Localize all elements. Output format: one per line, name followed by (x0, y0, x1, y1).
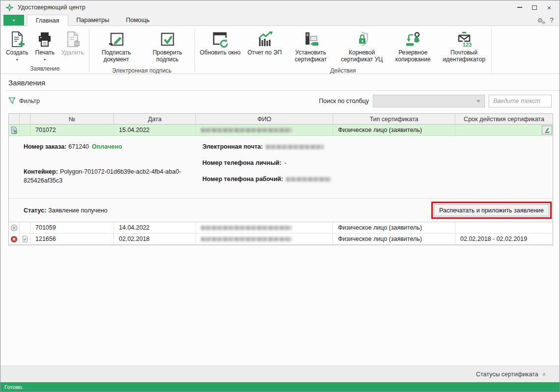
close-button[interactable]: × (542, 1, 557, 13)
refresh-window-button[interactable]: Обновить окно (196, 29, 244, 58)
tab-parametry[interactable]: Параметры (68, 15, 118, 26)
status-value: Заявление получено (48, 207, 108, 214)
cell-num: 701072 (30, 125, 114, 136)
app-logo-icon (5, 3, 14, 12)
row-doc-cell (20, 222, 30, 234)
row-status-cell (9, 234, 20, 245)
cell-fio (196, 222, 333, 234)
report-button[interactable]: Отчет по ЭП (244, 29, 285, 58)
cell-num: 121656 (30, 234, 114, 245)
filter-toggle[interactable]: Фильтр (8, 97, 40, 105)
ribbon-tab-bar: ▼ Главная Параметры Помощь ⚙⚙ ? (0, 14, 560, 26)
minimize-icon (517, 7, 522, 8)
search-area: Поиск по столбцу (319, 95, 552, 107)
ribbon-separator (89, 28, 89, 73)
refresh-window-label: Обновить окно (200, 50, 241, 56)
settings-gear-icon[interactable]: ⚙⚙ (537, 17, 543, 24)
search-input[interactable] (489, 95, 552, 107)
window-title: Удостоверяющий центр (18, 4, 85, 11)
doc-delete-icon (64, 31, 81, 48)
app-menu-button[interactable]: ▼ (3, 15, 24, 26)
order-label: Номер заказа: (24, 143, 66, 150)
cell-validity (455, 222, 553, 234)
header-cert-type[interactable]: Тип сертификата (333, 114, 455, 125)
redacted-fio (201, 237, 292, 241)
install-certificate-label: Установить сертификат (289, 50, 333, 63)
header-date[interactable]: Дата (114, 114, 196, 125)
print-label: Печать (35, 50, 55, 56)
backup-button[interactable]: Резервное копирование (388, 29, 439, 65)
row-doc-cell (20, 125, 30, 136)
install-certificate-button[interactable]: Установить сертификат (285, 29, 336, 65)
header-validity[interactable]: Срок действия сертификата (455, 114, 553, 125)
close-icon: × (547, 4, 552, 11)
phone-personal-value: - (284, 158, 286, 167)
row-status-cell (9, 222, 20, 234)
root-certificate-label: Корневой сертификат УЦ (340, 50, 384, 63)
cell-validity: 02.02.2018 - 02.02.2019 (455, 234, 553, 245)
install-certificate-icon (303, 31, 319, 48)
printer-icon (36, 31, 53, 48)
doc-check-icon (10, 127, 18, 134)
sign-document-icon (108, 31, 125, 48)
table-row[interactable]: 701059 14.04.2022 Физическое лицо (заяви… (9, 222, 553, 234)
red-highlight-annotation: Распечатать и приложить заявление (431, 202, 552, 219)
tab-glavnaya[interactable]: Главная (27, 15, 68, 26)
doc-check-icon (22, 235, 28, 242)
print-attach-button[interactable]: Распечатать и приложить заявление (434, 204, 549, 216)
header-num[interactable]: № (30, 114, 114, 125)
sign-document-button[interactable]: Подписать документ (91, 29, 142, 65)
redacted-email (266, 145, 324, 149)
create-button[interactable]: Создать ▼ (2, 29, 32, 63)
applications-table: № Дата ФИО Тип сертификата Срок действия… (8, 113, 553, 245)
header-status-icon-col[interactable] (9, 114, 20, 125)
column-select[interactable] (373, 95, 485, 107)
header-doc-icon-col[interactable] (20, 114, 30, 125)
maximize-icon (532, 5, 537, 10)
cell-cert-type: Физическое лицо (заявитель) (333, 234, 455, 245)
tab-pomosch[interactable]: Помощь (117, 15, 158, 26)
verify-signature-icon (159, 31, 176, 48)
verify-signature-button[interactable]: Проверить подпись (142, 29, 193, 65)
edit-row-button[interactable] (542, 126, 552, 134)
cell-cert-type: Физическое лицо (заявитель) (333, 222, 455, 234)
cell-validity (455, 125, 553, 136)
root-certificate-icon (354, 31, 370, 48)
filter-label: Фильтр (19, 98, 40, 105)
help-icon[interactable]: ? (550, 17, 554, 24)
certificate-statuses-panel[interactable]: Статусы сертификата ∧ (0, 366, 560, 382)
redacted-fio (201, 226, 292, 230)
minimize-button[interactable] (512, 1, 527, 13)
delete-button[interactable]: Удалить (58, 29, 87, 58)
print-button[interactable]: Печать ▼ (32, 29, 58, 63)
table-row[interactable]: 701072 15.04.2022 Физическое лицо (заяви… (9, 125, 553, 136)
mail-identifier-button[interactable]: 123 Почтовый идентификатор (439, 29, 490, 65)
header-fio[interactable]: ФИО (196, 114, 333, 125)
root-certificate-button[interactable]: Корневой сертификат УЦ (336, 29, 388, 65)
status-label: Статус: (24, 207, 46, 214)
row-status-cell (9, 125, 20, 136)
delete-label: Удалить (61, 50, 84, 56)
cell-cert-type: Физическое лицо (заявитель) (333, 125, 455, 136)
filter-funnel-icon (8, 97, 16, 105)
report-label: Отчет по ЭП (248, 50, 282, 56)
status-bar: Готово. (0, 382, 560, 392)
container-label: Контейнер: (24, 168, 58, 175)
cell-date: 14.04.2022 (114, 222, 196, 234)
backup-label: Резервное копирование (391, 50, 435, 63)
table-header-row: № Дата ФИО Тип сертификата Срок действия… (9, 114, 553, 125)
ribbon: Создать ▼ Печать ▼ (0, 26, 560, 74)
mail-identifier-label: Почтовый идентификатор (442, 50, 486, 63)
dropdown-arrow-icon: ▼ (43, 58, 46, 61)
redacted-fio (201, 128, 292, 132)
ribbon-group-deystviya: Обновить окно Отчет по ЭП (196, 27, 490, 74)
maximize-button[interactable] (527, 1, 542, 13)
ribbon-separator (195, 28, 195, 73)
status-row: Статус:Заявление получено Распечатать и … (9, 198, 553, 222)
title-bar: Удостоверяющий центр × (0, 0, 560, 14)
cell-date: 02.02.2018 (114, 234, 196, 245)
table-row[interactable]: 121656 02.02.2018 Физическое лицо (заяви… (9, 234, 553, 245)
email-label: Электронная почта: (202, 142, 263, 151)
revoked-icon (10, 235, 18, 243)
redacted-phone-work (286, 177, 331, 182)
